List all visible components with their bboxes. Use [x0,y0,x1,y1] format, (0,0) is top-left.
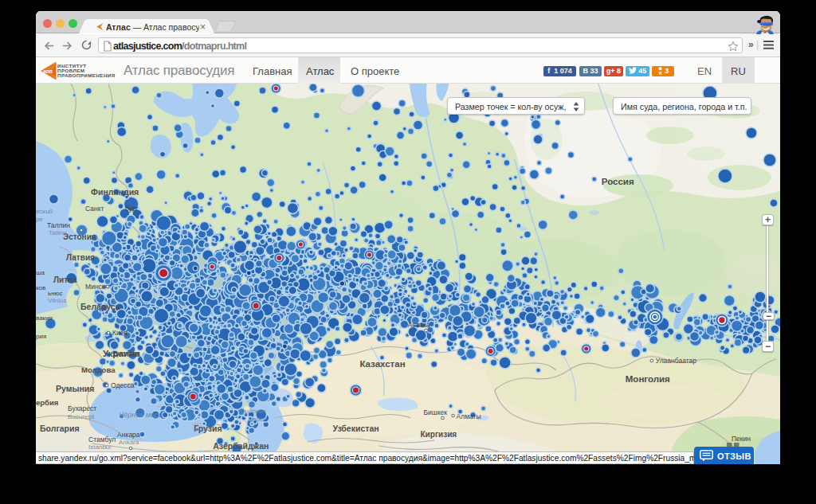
svg-text:ре: ре [36,216,43,223]
svg-text:Днепроп: Днепроп [113,350,140,357]
svg-text:Одесса: Одесса [111,381,135,389]
svg-text:Бишкек: Бишкек [424,408,448,416]
svg-text:Грузия: Грузия [194,424,222,433]
svg-text:Санкт: Санкт [85,205,104,213]
svg-text:Азербайджан: Азербайджан [213,441,269,451]
svg-text:Астана: Астана [407,321,430,329]
svg-text:море: море [248,416,263,423]
svg-text:Минск: Минск [85,283,105,291]
svg-text:Стамбул: Стамбул [88,436,116,443]
svg-text:Финляндия: Финляндия [91,187,139,197]
svg-text:еский: еский [36,208,53,215]
svg-text:Пекин: Пекин [732,435,751,443]
svg-text:Tallinn: Tallinn [49,229,67,236]
svg-text:Монголия: Монголия [626,374,670,384]
svg-text:Vilnius: Vilnius [48,297,66,304]
svg-text:Латвия: Латвия [66,253,95,262]
svg-text:Чёрное море: Чёрное море [119,411,163,419]
svg-text:Анкара: Анкара [117,431,140,439]
svg-text:Киргизия: Киргизия [421,430,457,439]
svg-text:Бухарест: Бухарест [68,404,96,412]
svg-text:ербия: ербия [36,398,58,407]
svg-text:Алматы: Алматы [457,412,481,420]
svg-text:ша: ша [36,269,45,276]
svg-text:Улаанбаатар: Улаанбаатар [656,357,696,365]
svg-text:Узбекистан: Узбекистан [332,424,379,433]
svg-text:Литва: Литва [53,275,77,284]
svg-text:бург: бург [125,205,139,213]
svg-text:Казахстан: Казахстан [359,359,405,369]
svg-text:Румыния: Румыния [56,384,94,393]
svg-text:ипп: ипп [43,68,53,74]
svg-text:Эстония: Эстония [63,232,96,241]
svg-text:ьнюс: ьнюс [48,290,63,297]
svg-text:ийское: ийское [245,408,265,415]
svg-text:Россия: Россия [602,177,634,186]
svg-text:Киев: Киев [112,329,128,337]
svg-text:ков: ков [36,284,45,291]
svg-text:Ankara: Ankara [119,439,139,446]
svg-text:Беларусь: Беларусь [80,302,121,311]
svg-text:Болгария: Болгария [40,424,80,433]
svg-text:Таллин: Таллин [47,221,70,229]
svg-text:Istanbul: Istanbul [88,443,111,451]
svg-text:Bucureşti: Bucureşti [68,413,95,420]
svg-text:рия: рия [36,333,46,340]
svg-text:Молдова: Молдова [81,365,116,374]
svg-text:вакия: вакия [36,315,53,322]
